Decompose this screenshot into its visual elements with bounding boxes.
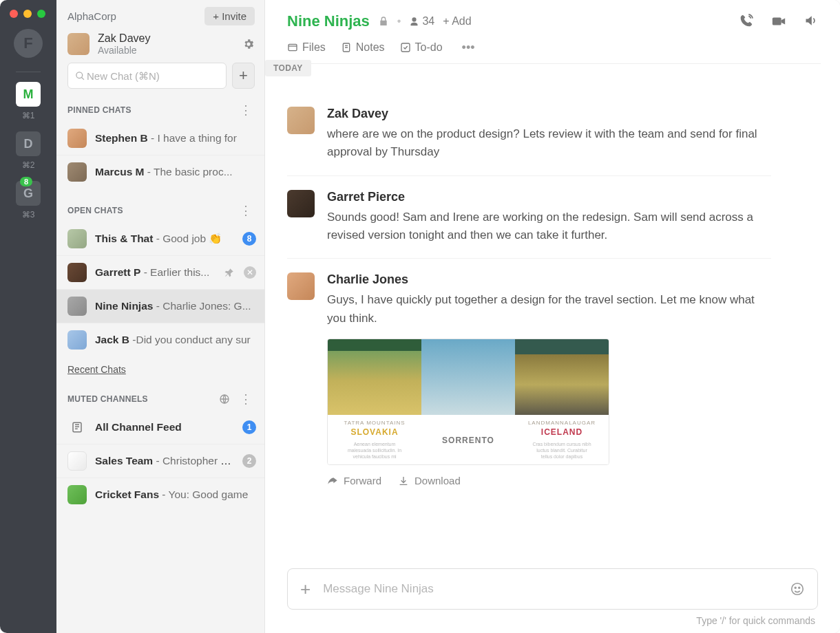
chat-item[interactable]: Jack B -Did you conduct any sur bbox=[56, 323, 264, 357]
chat-preview: - Charlie Jones: G... bbox=[153, 300, 251, 312]
app-rail: F M ⌘1 D ⌘2 8 G ⌘3 bbox=[0, 0, 56, 633]
avatar[interactable] bbox=[287, 107, 315, 134]
recent-chats-link[interactable]: Recent Chats bbox=[56, 357, 264, 387]
member-count[interactable]: 34 bbox=[409, 15, 434, 28]
globe-icon[interactable] bbox=[219, 394, 230, 405]
chat-name: This & That bbox=[95, 233, 153, 244]
message-author[interactable]: Charlie Jones bbox=[327, 272, 771, 287]
forward-icon bbox=[327, 475, 338, 486]
lock-icon bbox=[378, 16, 389, 27]
section-title-pinned: PINNED CHATS bbox=[67, 105, 132, 115]
chat-item[interactable]: Marcus M - The basic proc... bbox=[56, 155, 264, 189]
day-separator: TODAY bbox=[265, 61, 812, 74]
fullscreen-window-icon[interactable] bbox=[37, 10, 45, 18]
tab-files[interactable]: Files bbox=[287, 41, 326, 54]
workspace-name[interactable]: AlphaCorp bbox=[67, 10, 116, 22]
pin-icon[interactable] bbox=[223, 266, 235, 279]
channel-title[interactable]: Nine Ninjas bbox=[287, 12, 370, 30]
avatar bbox=[67, 229, 87, 248]
add-members-button[interactable]: + Add bbox=[443, 15, 471, 28]
tab-notes[interactable]: Notes bbox=[341, 41, 385, 54]
chat-name: Garrett P bbox=[95, 266, 140, 278]
search-input[interactable] bbox=[85, 69, 219, 83]
main-pane: Nine Ninjas • 34 + Add Files Notes To-do… bbox=[265, 0, 840, 633]
minimize-window-icon[interactable] bbox=[23, 10, 32, 18]
message-author[interactable]: Zak Davey bbox=[327, 107, 771, 121]
message: Garret Pierce Sounds good! Sam and Irene… bbox=[287, 175, 771, 259]
tab-todo[interactable]: To-do bbox=[400, 41, 443, 54]
current-user-status: Available bbox=[98, 45, 234, 56]
forward-button[interactable]: Forward bbox=[327, 475, 381, 486]
workspace-shortcut: ⌘1 bbox=[22, 111, 35, 120]
svg-rect-5 bbox=[401, 43, 410, 52]
chat-name: Sales Team bbox=[95, 455, 153, 466]
current-user-row[interactable]: Zak Davey Available bbox=[56, 28, 264, 63]
emoji-icon[interactable] bbox=[790, 581, 805, 597]
separator-dot: • bbox=[397, 15, 401, 28]
message-input-wrap[interactable]: + bbox=[287, 568, 818, 610]
call-icon[interactable] bbox=[739, 14, 753, 29]
window-controls bbox=[0, 7, 45, 29]
chat-preview: - Earlier this... bbox=[140, 266, 209, 278]
composer-hint: Type '/' for quick commands bbox=[287, 610, 818, 626]
search-icon bbox=[75, 71, 85, 81]
message: Zak Davey where are we on the product de… bbox=[287, 93, 771, 175]
attachment-preview[interactable]: TATRA MOUNTAINSSLOVAKIAAenean elementum … bbox=[327, 339, 609, 465]
download-button[interactable]: Download bbox=[398, 475, 461, 486]
unread-badge: 8 bbox=[242, 232, 256, 246]
composer: + Type '/' for quick commands bbox=[265, 568, 840, 633]
section-menu-icon[interactable]: ⋮ bbox=[235, 103, 256, 118]
chat-preview: -Did you conduct any sur bbox=[129, 334, 251, 345]
chat-item[interactable]: This & That - Good job 👏 8 bbox=[56, 222, 264, 256]
gear-icon[interactable] bbox=[242, 38, 255, 50]
chat-item[interactable]: Sales Team - Christopher J: d. 2 bbox=[56, 444, 264, 478]
files-icon bbox=[287, 42, 298, 53]
workspace-tile-d[interactable]: D ⌘2 bbox=[16, 131, 41, 170]
app-logo-icon[interactable]: F bbox=[14, 29, 43, 58]
attach-icon[interactable]: + bbox=[300, 579, 311, 600]
person-icon bbox=[409, 17, 419, 27]
chat-item-active[interactable]: Nine Ninjas - Charlie Jones: G... bbox=[56, 290, 264, 323]
invite-button[interactable]: + Invite bbox=[204, 7, 255, 25]
workspace-tile-g[interactable]: 8 G ⌘3 bbox=[16, 181, 41, 219]
message-list[interactable]: Zak Davey where are we on the product de… bbox=[265, 74, 840, 568]
more-icon[interactable]: ••• bbox=[458, 40, 479, 55]
section-title-open: OPEN CHATS bbox=[67, 206, 123, 215]
section-title-muted: MUTED CHANNELS bbox=[67, 394, 148, 404]
notes-icon bbox=[341, 42, 352, 53]
feed-icon bbox=[67, 418, 87, 437]
message-input[interactable] bbox=[322, 581, 779, 597]
close-icon[interactable]: ✕ bbox=[244, 266, 256, 279]
avatar[interactable] bbox=[287, 272, 315, 300]
section-menu-icon[interactable]: ⋮ bbox=[235, 391, 256, 407]
new-chat-button[interactable]: + bbox=[232, 63, 255, 89]
avatar[interactable] bbox=[287, 190, 315, 217]
close-window-icon[interactable] bbox=[10, 10, 18, 18]
attachment-card-image bbox=[515, 339, 609, 415]
chat-name: Marcus M bbox=[95, 166, 145, 178]
avatar bbox=[67, 485, 87, 504]
message-author[interactable]: Garret Pierce bbox=[327, 190, 771, 204]
avatar bbox=[67, 33, 90, 55]
sidebar: AlphaCorp + Invite Zak Davey Available +… bbox=[56, 0, 265, 633]
search-input-wrap[interactable] bbox=[67, 63, 227, 89]
chat-item[interactable]: Cricket Fans - You: Good game bbox=[56, 478, 264, 512]
speaker-icon[interactable] bbox=[804, 14, 818, 29]
svg-rect-2 bbox=[773, 18, 781, 25]
chat-name: Cricket Fans bbox=[95, 489, 159, 500]
attachment-card-image bbox=[421, 339, 515, 415]
message-text: Guys, I have quickly put together a desi… bbox=[327, 291, 771, 328]
section-menu-icon[interactable]: ⋮ bbox=[235, 203, 256, 218]
chat-item[interactable]: All Channel Feed 1 bbox=[56, 411, 264, 444]
workspace-tile-m[interactable]: M ⌘1 bbox=[16, 82, 41, 120]
svg-rect-3 bbox=[288, 44, 297, 50]
unread-badge: 2 bbox=[242, 454, 256, 468]
download-icon bbox=[398, 475, 409, 486]
avatar bbox=[67, 129, 87, 148]
chat-item[interactable]: Stephen B - I have a thing for bbox=[56, 122, 264, 155]
video-icon[interactable] bbox=[771, 14, 786, 29]
chat-name: Jack B bbox=[95, 334, 129, 345]
workspace-shortcut: ⌘2 bbox=[22, 160, 35, 170]
svg-point-8 bbox=[799, 587, 800, 588]
chat-item[interactable]: Garrett P - Earlier this... ✕ bbox=[56, 256, 264, 290]
